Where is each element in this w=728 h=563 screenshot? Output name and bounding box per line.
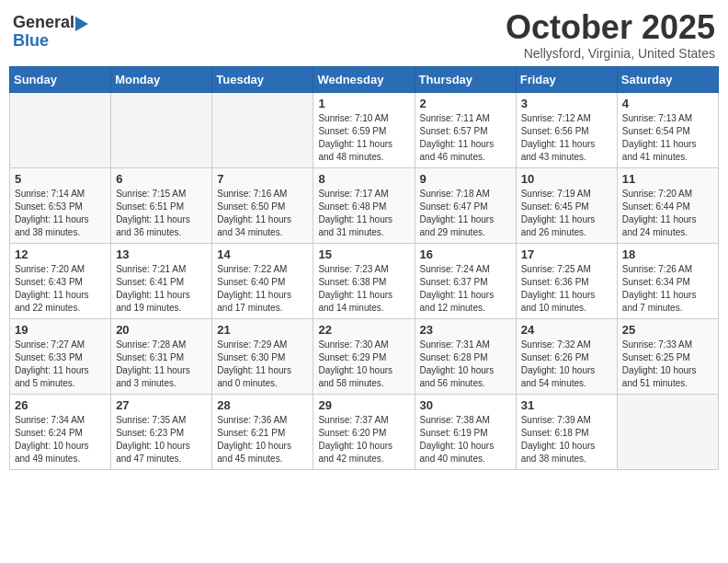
calendar-cell: 22Sunrise: 7:30 AM Sunset: 6:29 PM Dayli… — [313, 318, 415, 394]
calendar-cell: 12Sunrise: 7:20 AM Sunset: 6:43 PM Dayli… — [10, 243, 111, 318]
day-info: Sunrise: 7:18 AM Sunset: 6:47 PM Dayligh… — [420, 188, 511, 239]
day-number: 19 — [15, 323, 106, 337]
day-info: Sunrise: 7:26 AM Sunset: 6:34 PM Dayligh… — [622, 263, 713, 315]
day-number: 9 — [420, 172, 511, 186]
day-info: Sunrise: 7:35 AM Sunset: 6:23 PM Dayligh… — [116, 414, 207, 465]
day-info: Sunrise: 7:20 AM Sunset: 6:43 PM Dayligh… — [15, 263, 106, 315]
calendar-header-row: Sunday Monday Tuesday Wednesday Thursday… — [10, 66, 719, 92]
calendar-cell: 8Sunrise: 7:17 AM Sunset: 6:48 PM Daylig… — [313, 167, 415, 243]
day-number: 11 — [622, 172, 713, 186]
day-info: Sunrise: 7:31 AM Sunset: 6:28 PM Dayligh… — [420, 339, 511, 390]
day-info: Sunrise: 7:19 AM Sunset: 6:45 PM Dayligh… — [521, 188, 612, 239]
title-block: October 2025 Nellysford, Virginia, Unite… — [506, 9, 715, 61]
calendar-cell: 1Sunrise: 7:10 AM Sunset: 6:59 PM Daylig… — [313, 92, 415, 167]
day-number: 29 — [318, 398, 409, 412]
day-info: Sunrise: 7:17 AM Sunset: 6:48 PM Dayligh… — [318, 188, 409, 239]
calendar-cell — [212, 92, 313, 167]
col-wednesday: Wednesday — [313, 66, 415, 92]
day-number: 1 — [318, 97, 409, 110]
calendar-cell: 18Sunrise: 7:26 AM Sunset: 6:34 PM Dayli… — [617, 243, 718, 318]
day-info: Sunrise: 7:14 AM Sunset: 6:53 PM Dayligh… — [15, 188, 106, 239]
day-info: Sunrise: 7:11 AM Sunset: 6:57 PM Dayligh… — [420, 112, 511, 164]
logo-icon — [75, 15, 92, 33]
day-info: Sunrise: 7:27 AM Sunset: 6:33 PM Dayligh… — [15, 339, 106, 390]
day-info: Sunrise: 7:32 AM Sunset: 6:26 PM Dayligh… — [521, 339, 612, 390]
day-number: 2 — [420, 97, 511, 110]
day-number: 23 — [420, 323, 511, 337]
calendar-week-row: 19Sunrise: 7:27 AM Sunset: 6:33 PM Dayli… — [10, 318, 719, 394]
day-info: Sunrise: 7:34 AM Sunset: 6:24 PM Dayligh… — [15, 414, 106, 465]
day-number: 12 — [15, 247, 106, 261]
calendar-cell: 13Sunrise: 7:21 AM Sunset: 6:41 PM Dayli… — [111, 243, 212, 318]
day-number: 5 — [15, 172, 106, 186]
calendar-cell: 11Sunrise: 7:20 AM Sunset: 6:44 PM Dayli… — [617, 167, 718, 243]
day-number: 24 — [521, 323, 612, 337]
day-number: 28 — [217, 398, 308, 412]
location: Nellysford, Virginia, United States — [506, 46, 715, 61]
calendar-cell: 3Sunrise: 7:12 AM Sunset: 6:56 PM Daylig… — [516, 92, 617, 167]
col-thursday: Thursday — [415, 66, 516, 92]
calendar-cell — [10, 92, 111, 167]
calendar-cell: 27Sunrise: 7:35 AM Sunset: 6:23 PM Dayli… — [111, 394, 212, 469]
calendar-cell: 24Sunrise: 7:32 AM Sunset: 6:26 PM Dayli… — [516, 318, 617, 394]
calendar-cell: 9Sunrise: 7:18 AM Sunset: 6:47 PM Daylig… — [415, 167, 516, 243]
day-number: 3 — [521, 97, 612, 110]
day-info: Sunrise: 7:30 AM Sunset: 6:29 PM Dayligh… — [318, 339, 409, 390]
calendar-cell: 31Sunrise: 7:39 AM Sunset: 6:18 PM Dayli… — [516, 394, 617, 469]
day-info: Sunrise: 7:25 AM Sunset: 6:36 PM Dayligh… — [521, 263, 612, 315]
calendar-cell: 20Sunrise: 7:28 AM Sunset: 6:31 PM Dayli… — [111, 318, 212, 394]
calendar-week-row: 26Sunrise: 7:34 AM Sunset: 6:24 PM Dayli… — [10, 394, 719, 469]
day-number: 26 — [15, 398, 106, 412]
day-info: Sunrise: 7:20 AM Sunset: 6:44 PM Dayligh… — [622, 188, 713, 239]
day-number: 31 — [521, 398, 612, 412]
col-sunday: Sunday — [10, 66, 111, 92]
day-info: Sunrise: 7:21 AM Sunset: 6:41 PM Dayligh… — [116, 263, 207, 315]
day-number: 13 — [116, 247, 207, 261]
day-info: Sunrise: 7:24 AM Sunset: 6:37 PM Dayligh… — [420, 263, 511, 315]
day-info: Sunrise: 7:37 AM Sunset: 6:20 PM Dayligh… — [318, 414, 409, 465]
day-number: 22 — [318, 323, 409, 337]
calendar-cell: 28Sunrise: 7:36 AM Sunset: 6:21 PM Dayli… — [212, 394, 313, 469]
day-number: 6 — [116, 172, 207, 186]
calendar-cell: 7Sunrise: 7:16 AM Sunset: 6:50 PM Daylig… — [212, 167, 313, 243]
day-number: 17 — [521, 247, 612, 261]
calendar-table: Sunday Monday Tuesday Wednesday Thursday… — [9, 66, 719, 470]
calendar-cell: 26Sunrise: 7:34 AM Sunset: 6:24 PM Dayli… — [10, 394, 111, 469]
svg-marker-0 — [75, 17, 88, 31]
day-info: Sunrise: 7:12 AM Sunset: 6:56 PM Dayligh… — [521, 112, 612, 164]
month-title: October 2025 — [506, 9, 715, 46]
day-number: 21 — [217, 323, 308, 337]
col-tuesday: Tuesday — [212, 66, 313, 92]
calendar-cell: 23Sunrise: 7:31 AM Sunset: 6:28 PM Dayli… — [415, 318, 516, 394]
calendar-cell: 10Sunrise: 7:19 AM Sunset: 6:45 PM Dayli… — [516, 167, 617, 243]
calendar-cell: 21Sunrise: 7:29 AM Sunset: 6:30 PM Dayli… — [212, 318, 313, 394]
day-info: Sunrise: 7:23 AM Sunset: 6:38 PM Dayligh… — [318, 263, 409, 315]
calendar-cell — [617, 394, 718, 469]
day-info: Sunrise: 7:13 AM Sunset: 6:54 PM Dayligh… — [622, 112, 713, 164]
day-number: 16 — [420, 247, 511, 261]
calendar-cell: 19Sunrise: 7:27 AM Sunset: 6:33 PM Dayli… — [10, 318, 111, 394]
day-number: 14 — [217, 247, 308, 261]
logo-blue: Blue — [13, 31, 93, 51]
day-info: Sunrise: 7:39 AM Sunset: 6:18 PM Dayligh… — [521, 414, 612, 465]
day-info: Sunrise: 7:22 AM Sunset: 6:40 PM Dayligh… — [217, 263, 308, 315]
calendar-cell: 6Sunrise: 7:15 AM Sunset: 6:51 PM Daylig… — [111, 167, 212, 243]
day-number: 25 — [622, 323, 713, 337]
day-number: 30 — [420, 398, 511, 412]
calendar-cell: 5Sunrise: 7:14 AM Sunset: 6:53 PM Daylig… — [10, 167, 111, 243]
calendar-cell: 29Sunrise: 7:37 AM Sunset: 6:20 PM Dayli… — [313, 394, 415, 469]
day-number: 4 — [622, 97, 713, 110]
day-number: 15 — [318, 247, 409, 261]
calendar-cell — [111, 92, 212, 167]
day-info: Sunrise: 7:29 AM Sunset: 6:30 PM Dayligh… — [217, 339, 308, 390]
calendar-cell: 30Sunrise: 7:38 AM Sunset: 6:19 PM Dayli… — [415, 394, 516, 469]
day-info: Sunrise: 7:38 AM Sunset: 6:19 PM Dayligh… — [420, 414, 511, 465]
day-info: Sunrise: 7:36 AM Sunset: 6:21 PM Dayligh… — [217, 414, 308, 465]
calendar-cell: 4Sunrise: 7:13 AM Sunset: 6:54 PM Daylig… — [617, 92, 718, 167]
calendar-cell: 16Sunrise: 7:24 AM Sunset: 6:37 PM Dayli… — [415, 243, 516, 318]
day-number: 7 — [217, 172, 308, 186]
calendar-week-row: 5Sunrise: 7:14 AM Sunset: 6:53 PM Daylig… — [10, 167, 719, 243]
col-saturday: Saturday — [617, 66, 718, 92]
logo-text: General — [13, 13, 93, 33]
day-info: Sunrise: 7:16 AM Sunset: 6:50 PM Dayligh… — [217, 188, 308, 239]
